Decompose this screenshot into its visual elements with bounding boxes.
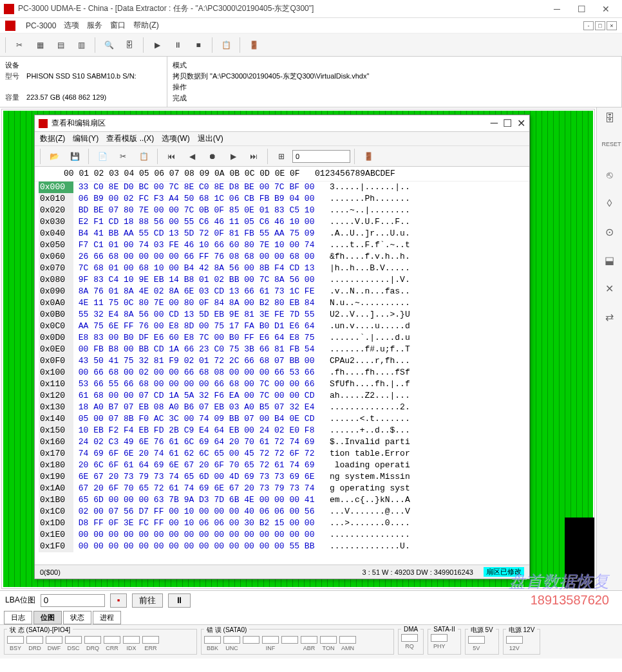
tab-log[interactable]: 日志 xyxy=(4,611,32,624)
hex-maximize-button[interactable]: ☐ xyxy=(503,117,512,129)
hex-row[interactable]: 0x150 10 EB F2 F4 EB FD 2B C9 E4 64 EB 0… xyxy=(35,425,529,436)
hex-row[interactable]: 0x110 53 66 55 66 68 00 00 00 00 66 68 0… xyxy=(35,378,529,390)
sector-map[interactable]: 查看和编辑扇区 ─ ☐ ✕ 数据(Z) 编辑(Y) 查看模版 ..(X) 选项(… xyxy=(1,109,595,589)
play-icon[interactable]: ▶ xyxy=(147,36,167,54)
last-icon[interactable]: ⏭ xyxy=(244,147,263,165)
copy-icon[interactable]: 📄 xyxy=(93,147,112,165)
sidebar-tool-icon[interactable]: ⊙ xyxy=(602,226,617,241)
hex-status-pos: 3 : 51 W : 49203 DW : 3499016243 xyxy=(363,568,473,576)
hex-row[interactable]: 0x1B0 65 6D 00 00 00 63 7B 9A D3 7D 6B 4… xyxy=(35,494,529,506)
close-button[interactable]: ✕ xyxy=(594,1,618,17)
open-icon[interactable]: 📂 xyxy=(44,147,64,165)
hex-row[interactable]: 0x060 26 66 68 00 00 00 00 66 FF 76 08 6… xyxy=(35,251,529,263)
hex-row[interactable]: 0x180 20 6C 6F 61 64 69 6E 67 20 6F 70 6… xyxy=(35,460,529,471)
tool-icon[interactable]: ▥ xyxy=(71,36,91,54)
cut-icon[interactable]: ✂ xyxy=(113,147,133,165)
hex-menu-edit[interactable]: 编辑(Y) xyxy=(73,133,99,144)
hex-row[interactable]: 0x1A0 67 20 6F 70 65 72 61 74 69 6E 67 2… xyxy=(35,483,529,494)
minimize-button[interactable]: ─ xyxy=(545,1,569,17)
hex-row[interactable]: 0x140 05 00 07 8B F0 AC 3C 00 74 09 BB 0… xyxy=(35,413,529,425)
device-header: 设备 xyxy=(5,61,162,70)
hex-row[interactable]: 0x1D0 D8 FF 0F 3E FC FF 00 10 06 06 00 3… xyxy=(35,518,529,529)
pause-icon[interactable]: ⏸ xyxy=(168,36,187,54)
tab-status[interactable]: 状态 xyxy=(63,611,91,624)
find-icon[interactable]: 🔍 xyxy=(99,36,118,54)
status-led: 5V xyxy=(468,636,485,651)
paste-icon[interactable]: 📋 xyxy=(134,147,153,165)
hex-rows[interactable]: 0x000 33 C0 8E D0 BC 00 7C 8E C0 8E D8 B… xyxy=(35,182,529,552)
status-group-err: 错 误 (SATA0) BBKUNCINFABRTONAMN xyxy=(201,629,394,655)
hex-menu-exit[interactable]: 退出(V) xyxy=(198,133,223,144)
hex-row[interactable]: 0x070 7C 68 01 00 68 10 00 B4 42 8A 56 0… xyxy=(35,263,529,274)
hex-row[interactable]: 0x0E0 00 FB B8 00 BB CD 1A 66 23 C0 75 3… xyxy=(35,344,529,355)
hex-row[interactable]: 0x0D0 E8 83 00 B0 DF E6 60 E8 7C 00 B0 F… xyxy=(35,332,529,344)
hex-row[interactable]: 0x050 F7 C1 01 00 74 03 FE 46 10 66 60 8… xyxy=(35,239,529,251)
copy-icon[interactable]: 📋 xyxy=(216,36,236,54)
hex-menu-options[interactable]: 选项(W) xyxy=(162,133,189,144)
sidebar-tool-icon[interactable]: ✕ xyxy=(602,283,617,298)
sidebar-tool-icon[interactable]: ◊ xyxy=(602,198,617,213)
hex-row[interactable]: 0x080 9F 83 C4 10 9E EB 14 B8 01 02 BB 0… xyxy=(35,274,529,286)
exit-icon[interactable]: 🚪 xyxy=(244,36,263,54)
first-icon[interactable]: ⏮ xyxy=(162,147,181,165)
lba-go-button[interactable]: 前往 xyxy=(132,593,163,608)
maximize-button[interactable]: ☐ xyxy=(569,1,594,17)
mdi-min-icon[interactable]: - xyxy=(583,21,594,30)
hex-row[interactable]: 0x1F0 00 00 00 00 00 00 00 00 00 00 00 0… xyxy=(35,541,529,552)
tool-icon[interactable]: ✂ xyxy=(10,36,29,54)
hex-row[interactable]: 0x030 E2 F1 CD 18 88 56 00 55 C6 46 11 0… xyxy=(35,216,529,228)
hex-menu-data[interactable]: 数据(Z) xyxy=(40,133,65,144)
prev-icon[interactable]: ◀ xyxy=(182,147,202,165)
hex-row[interactable]: 0x100 00 66 68 00 02 00 00 66 68 08 00 0… xyxy=(35,367,529,378)
hex-row[interactable]: 0x190 6E 67 20 73 79 73 74 65 6D 00 4D 6… xyxy=(35,471,529,483)
hex-row[interactable]: 0x0C0 AA 75 6E FF 76 00 E8 8D 00 75 17 F… xyxy=(35,321,529,332)
sidebar-tool-icon[interactable]: ⎋ xyxy=(602,169,617,185)
hex-minimize-button[interactable]: ─ xyxy=(491,117,498,129)
hex-status-modified: 扇区已修改 xyxy=(484,567,524,577)
menu-help[interactable]: 帮助(Z) xyxy=(133,20,158,31)
save-icon[interactable]: 💾 xyxy=(65,147,84,165)
tab-process[interactable]: 进程 xyxy=(93,611,121,624)
hex-row[interactable]: 0x0A0 4E 11 75 0C 80 7E 00 80 0F 84 8A 0… xyxy=(35,297,529,309)
tab-bitmap[interactable]: 位图 xyxy=(33,611,62,624)
hex-row[interactable]: 0x090 8A 76 01 8A 4E 02 8A 6E 03 CD 13 6… xyxy=(35,286,529,297)
hex-row[interactable]: 0x040 B4 41 BB AA 55 CD 13 5D 72 0F 81 F… xyxy=(35,228,529,239)
hex-row[interactable]: 0x1E0 00 00 00 00 00 00 00 00 00 00 00 0… xyxy=(35,529,529,541)
tool-icon[interactable]: ▤ xyxy=(51,36,70,54)
sidebar-tool-icon[interactable]: ⬓ xyxy=(602,254,617,270)
sidebar-reset-icon[interactable]: RESET xyxy=(602,141,617,156)
stop-icon[interactable]: ■ xyxy=(189,36,208,54)
hex-row[interactable]: 0x0B0 55 32 E4 8A 56 00 CD 13 5D EB 9E 8… xyxy=(35,309,529,321)
hex-row[interactable]: 0x0F0 43 50 41 75 32 81 F9 02 01 72 2C 6… xyxy=(35,355,529,367)
hex-goto-input[interactable] xyxy=(292,150,350,163)
menu-services[interactable]: 服务 xyxy=(87,20,102,31)
exit-icon[interactable]: 🚪 xyxy=(359,147,378,165)
tool-icon[interactable]: ▦ xyxy=(30,36,50,54)
lba-input[interactable] xyxy=(41,594,105,607)
hex-row[interactable]: 0x020 BD BE 07 80 7E 00 00 7C 0B 0F 85 0… xyxy=(35,205,529,216)
hex-row[interactable]: 0x170 74 69 6F 6E 20 74 61 62 6C 65 00 4… xyxy=(35,448,529,460)
next-icon[interactable]: ▶ xyxy=(223,147,243,165)
sidebar-tool-icon[interactable]: ⇄ xyxy=(602,311,617,326)
op-header: 操作 xyxy=(173,82,616,92)
hex-row[interactable]: 0x130 18 A0 B7 07 EB 08 A0 B6 07 EB 03 A… xyxy=(35,402,529,413)
hex-close-button[interactable]: ✕ xyxy=(517,117,525,129)
lba-pause-button[interactable]: ⏸ xyxy=(168,593,191,608)
sidebar-db-icon[interactable]: 🗄 xyxy=(602,113,617,128)
hex-row[interactable]: 0x1C0 02 00 07 56 D7 FF 00 10 00 00 00 4… xyxy=(35,506,529,518)
grid-icon[interactable]: ⊞ xyxy=(272,147,291,165)
db-icon[interactable]: 🗄 xyxy=(120,36,139,54)
mdi-close-icon[interactable]: × xyxy=(607,21,617,30)
hex-row[interactable]: 0x000 33 C0 8E D0 BC 00 7C 8E C0 8E D8 B… xyxy=(35,182,529,193)
hex-row[interactable]: 0x160 24 02 C3 49 6E 76 61 6C 69 64 20 7… xyxy=(35,436,529,448)
mdi-max-icon[interactable]: □ xyxy=(595,21,605,30)
hex-row[interactable]: 0x010 06 B9 00 02 FC F3 A4 50 68 1C 06 C… xyxy=(35,193,529,205)
rec-icon[interactable]: ⏺ xyxy=(203,147,222,165)
status-led: BBK xyxy=(204,636,221,651)
status-group-dma: DMA RQ xyxy=(398,629,424,655)
menu-options[interactable]: 选项 xyxy=(64,20,79,31)
lba-stop-button[interactable]: ▪ xyxy=(110,593,127,608)
menu-window[interactable]: 窗口 xyxy=(110,20,126,31)
hex-menu-template[interactable]: 查看模版 ..(X) xyxy=(106,133,154,144)
hex-row[interactable]: 0x120 61 68 00 00 07 CD 1A 5A 32 F6 EA 0… xyxy=(35,390,529,402)
